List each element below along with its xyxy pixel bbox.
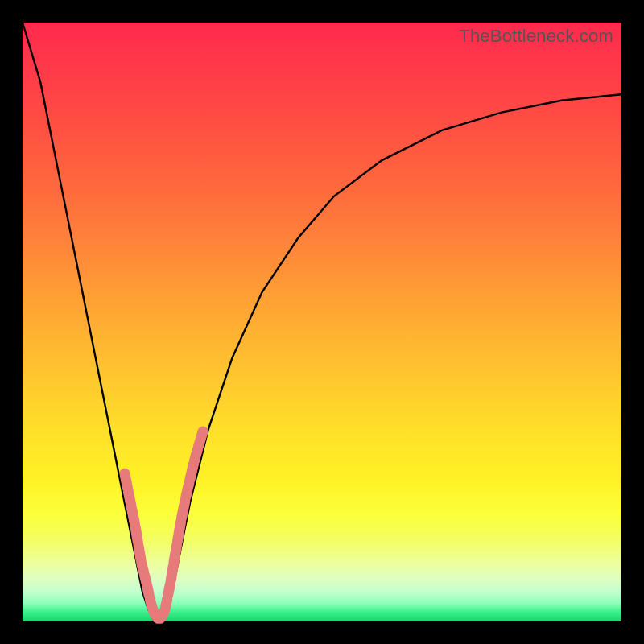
highlight-segment — [171, 566, 173, 580]
highlight-segment — [177, 522, 180, 542]
highlight-segment — [128, 491, 131, 506]
highlight-segment — [190, 464, 193, 479]
highlight-segment — [138, 545, 141, 559]
plot-area: TheBottleneck.com — [23, 23, 621, 621]
chart-svg — [23, 23, 621, 621]
highlight-segment — [174, 545, 177, 563]
highlight-segment — [132, 510, 135, 524]
chart-frame: TheBottleneck.com — [0, 0, 644, 644]
highlight-segment — [182, 501, 185, 518]
highlight-segment — [199, 431, 203, 446]
highlight-segment — [167, 584, 170, 596]
bottleneck-curve-path — [23, 23, 621, 621]
highlight-segment — [186, 482, 189, 497]
highlight-points-group — [125, 431, 203, 618]
highlight-segment — [135, 527, 138, 542]
highlight-segment — [194, 449, 197, 460]
highlight-segment — [125, 473, 128, 488]
